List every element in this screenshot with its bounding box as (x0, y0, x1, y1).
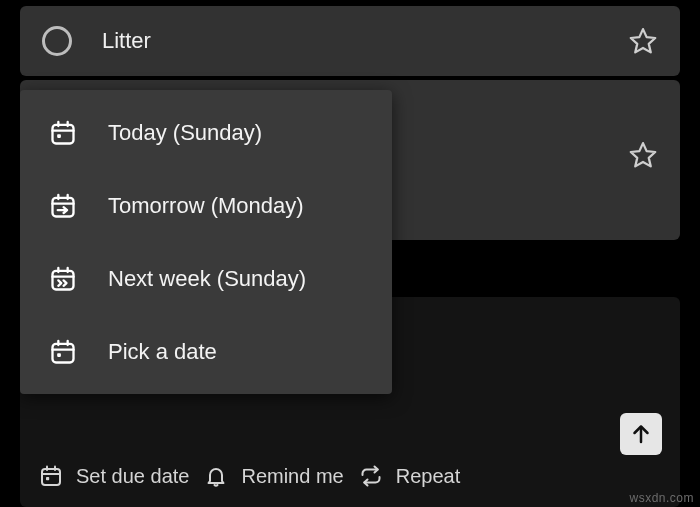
calendar-icon (38, 463, 64, 489)
menu-item-label: Today (Sunday) (108, 120, 262, 146)
calendar-arrow-icon (48, 191, 78, 221)
star-icon[interactable] (628, 26, 658, 56)
star-icon[interactable] (628, 140, 658, 170)
bell-icon (203, 463, 229, 489)
action-label: Repeat (396, 465, 461, 488)
action-bar: Set due date Remind me Repeat (20, 451, 680, 501)
svg-marker-0 (631, 29, 656, 52)
action-label: Remind me (241, 465, 343, 488)
repeat-icon (358, 463, 384, 489)
set-due-date-action[interactable]: Set due date (38, 463, 189, 489)
menu-item-today[interactable]: Today (Sunday) (20, 96, 392, 169)
complete-toggle[interactable] (42, 26, 72, 56)
svg-rect-12 (57, 134, 61, 138)
menu-item-pick-date[interactable]: Pick a date (20, 315, 392, 388)
action-label: Set due date (76, 465, 189, 488)
svg-marker-1 (631, 143, 656, 166)
task-title: Litter (102, 28, 628, 54)
due-date-menu: Today (Sunday) Tomorrow (Monday) Next we… (20, 90, 392, 394)
repeat-action[interactable]: Repeat (358, 463, 461, 489)
calendar-forward-icon (48, 264, 78, 294)
svg-rect-8 (53, 124, 74, 143)
svg-rect-3 (42, 469, 60, 485)
menu-item-label: Next week (Sunday) (108, 266, 306, 292)
watermark: wsxdn.com (629, 491, 694, 505)
menu-item-tomorrow[interactable]: Tomorrow (Monday) (20, 169, 392, 242)
svg-rect-26 (57, 353, 61, 357)
menu-item-next-week[interactable]: Next week (Sunday) (20, 242, 392, 315)
svg-rect-22 (53, 343, 74, 362)
remind-me-action[interactable]: Remind me (203, 463, 343, 489)
submit-button[interactable] (620, 413, 662, 455)
task-row[interactable]: Litter (20, 6, 680, 76)
menu-item-label: Pick a date (108, 339, 217, 365)
svg-rect-7 (46, 477, 49, 480)
calendar-icon (48, 337, 78, 367)
menu-item-label: Tomorrow (Monday) (108, 193, 304, 219)
calendar-day-icon (48, 118, 78, 148)
